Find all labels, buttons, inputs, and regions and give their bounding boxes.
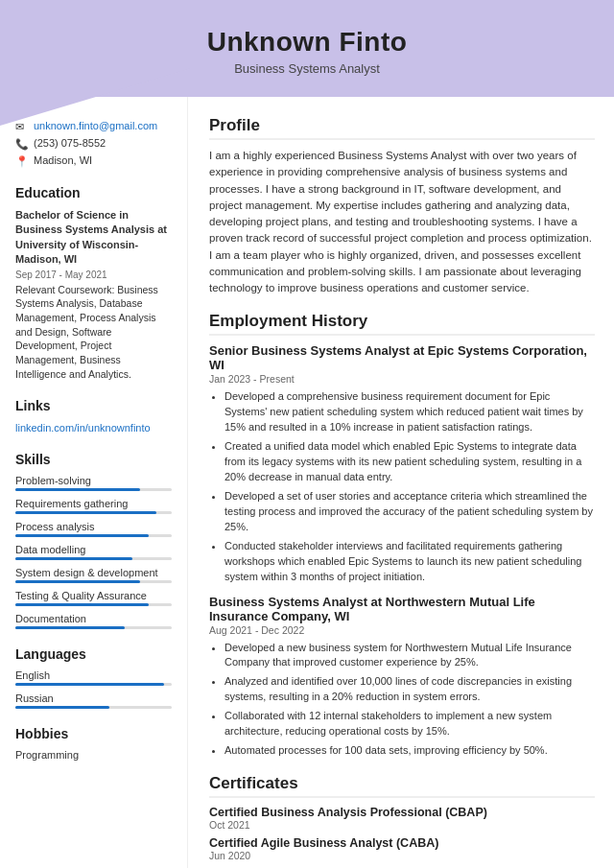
coursework-label: Relevant Coursework:: [15, 284, 114, 295]
job-0-title: Senior Business Systems Analyst at Epic …: [209, 343, 595, 372]
job-0-bullet-3: Conducted stakeholder interviews and fac…: [224, 539, 595, 585]
employment-heading: Employment History: [209, 312, 595, 336]
job-0-dates: Jan 2023 - Present: [209, 373, 595, 385]
languages-section: Languages English Russian: [15, 646, 172, 709]
certificates-heading: Certificates: [209, 774, 595, 798]
coursework-text: Business Systems Analysis, Database Mana…: [15, 284, 158, 380]
linkedin-link-item: linkedin.com/in/unknownfinto: [15, 421, 172, 434]
job-0: Senior Business Systems Analyst at Epic …: [209, 343, 595, 584]
hobbies-section: Hobbies Programming: [15, 726, 172, 761]
job-1-bullet-2: Collaborated with 12 internal stakeholde…: [224, 709, 595, 739]
skill-system-design: System design & development: [15, 567, 172, 583]
resume-header: Unknown Finto Business Systems Analyst: [0, 0, 614, 97]
job-0-bullets: Developed a comprehensive business requi…: [209, 389, 595, 584]
job-0-bullet-2: Developed a set of user stories and acce…: [224, 489, 595, 535]
phone-text: (253) 075-8552: [34, 137, 106, 149]
location-icon: 📍: [15, 155, 29, 168]
education-degree: Bachelor of Science in Business Systems …: [15, 208, 172, 268]
candidate-name: Unknown Finto: [19, 27, 595, 58]
cert-0-date: Oct 2021: [209, 819, 595, 831]
job-1: Business Systems Analyst at Northwestern…: [209, 595, 595, 760]
job-1-bullets: Developed a new business system for Nort…: [209, 641, 595, 760]
skill-testing-qa: Testing & Quality Assurance: [15, 590, 172, 606]
hobbies-heading: Hobbies: [15, 726, 172, 741]
language-russian: Russian: [15, 692, 172, 709]
languages-heading: Languages: [15, 646, 172, 662]
skill-requirements-gathering: Requirements gathering: [15, 498, 172, 514]
cert-0: Certified Business Analysis Professional…: [209, 806, 595, 831]
job-1-bullet-1: Analyzed and identified over 10,000 line…: [224, 674, 595, 705]
sidebar: ✉ unknown.finto@gmail.com 📞 (253) 075-85…: [0, 97, 187, 868]
skill-process-analysis: Process analysis: [15, 521, 172, 537]
job-1-title: Business Systems Analyst at Northwestern…: [209, 595, 595, 623]
skill-data-modelling: Data modelling: [15, 544, 172, 560]
job-0-bullet-1: Created a unified data model which enabl…: [224, 439, 595, 485]
links-section: Links linkedin.com/in/unknownfinto: [15, 398, 172, 434]
main-content: Profile I am a highly experienced Busine…: [187, 97, 614, 868]
cert-1-date: Jun 2020: [209, 850, 595, 861]
links-heading: Links: [15, 398, 172, 413]
linkedin-link[interactable]: linkedin.com/in/unknownfinto: [15, 422, 151, 434]
email-link[interactable]: unknown.finto@gmail.com: [34, 120, 157, 131]
cert-0-name: Certified Business Analysis Professional…: [209, 806, 595, 819]
cert-1-name: Certified Agile Business Analyst (CABA): [209, 836, 595, 850]
email-icon: ✉: [15, 121, 29, 133]
education-dates: Sep 2017 - May 2021: [15, 270, 172, 280]
location-item: 📍 Madison, WI: [15, 154, 172, 168]
skills-section: Skills Problem-solving Requirements gath…: [15, 452, 172, 629]
profile-heading: Profile: [209, 116, 595, 140]
skill-problem-solving: Problem-solving: [15, 475, 172, 491]
phone-icon: 📞: [15, 138, 29, 151]
education-heading: Education: [15, 185, 172, 200]
language-english: English: [15, 669, 172, 686]
job-1-bullet-0: Developed a new business system for Nort…: [224, 641, 595, 671]
cert-1: Certified Agile Business Analyst (CABA) …: [209, 836, 595, 861]
profile-section: Profile I am a highly experienced Busine…: [209, 116, 595, 296]
skill-documentation: Documentation: [15, 613, 172, 629]
profile-text: I am a highly experienced Business Syste…: [209, 148, 595, 296]
phone-item: 📞 (253) 075-8552: [15, 137, 172, 151]
job-1-dates: Aug 2021 - Dec 2022: [209, 624, 595, 636]
certificates-section: Certificates Certified Business Analysis…: [209, 774, 595, 861]
main-layout: ✉ unknown.finto@gmail.com 📞 (253) 075-85…: [0, 97, 614, 868]
education-section: Education Bachelor of Science in Busines…: [15, 185, 172, 381]
job-1-bullet-3: Automated processes for 100 data sets, i…: [224, 743, 595, 759]
employment-section: Employment History Senior Business Syste…: [209, 312, 595, 759]
hobby-programming: Programming: [15, 749, 172, 761]
education-coursework: Relevant Coursework: Business Systems An…: [15, 283, 172, 382]
job-0-bullet-0: Developed a comprehensive business requi…: [224, 389, 595, 435]
email-item: ✉ unknown.finto@gmail.com: [15, 120, 172, 133]
candidate-title: Business Systems Analyst: [19, 61, 595, 76]
location-text: Madison, WI: [34, 154, 92, 166]
contact-section: ✉ unknown.finto@gmail.com 📞 (253) 075-85…: [15, 120, 172, 168]
skills-heading: Skills: [15, 452, 172, 467]
